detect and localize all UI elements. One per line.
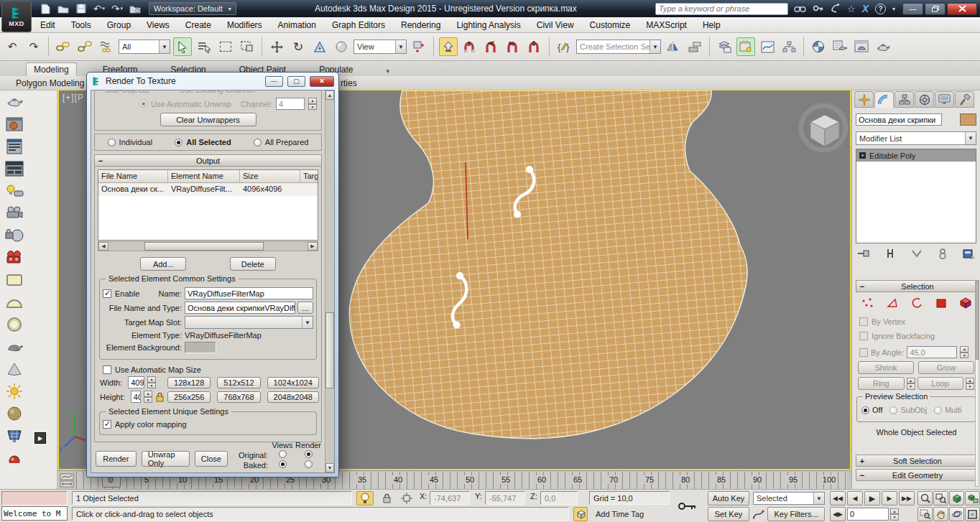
col-target[interactable]: Targ — [300, 170, 318, 182]
snaps-toggle-3d-icon[interactable]: 3 — [461, 37, 479, 56]
stereo-camera-icon[interactable] — [4, 248, 24, 267]
select-and-rotate-icon[interactable]: ↻ — [289, 37, 308, 56]
delete-element-button[interactable]: Delete — [230, 257, 276, 271]
rollout-soft-selection[interactable]: + Soft Selection — [856, 455, 979, 467]
menu-tools[interactable]: Tools — [71, 20, 91, 30]
tab-motion[interactable] — [915, 91, 934, 108]
undo-button[interactable]: ↶▾ — [93, 2, 106, 15]
select-and-move-icon[interactable] — [267, 37, 286, 56]
go-to-start-button[interactable]: ◀◀ — [830, 491, 846, 505]
auto-map-size-checkbox[interactable]: Use Automatic Map Size — [103, 365, 319, 374]
use-automatic-unwrap-radio[interactable] — [139, 100, 147, 108]
next-frame-button[interactable]: ▶ — [882, 491, 897, 505]
channel-spinner[interactable]: ▲▼ — [308, 98, 317, 110]
auto-key-button[interactable]: Auto Key — [708, 491, 749, 505]
by-vertex-checkbox[interactable]: By Vertex — [859, 317, 905, 326]
col-element-name[interactable]: Element Name — [168, 170, 240, 182]
go-to-end-button[interactable]: ▶▶ — [899, 491, 915, 505]
height-field[interactable]: 4096 — [131, 391, 141, 403]
zoom-extents-icon[interactable] — [949, 491, 964, 505]
modifier-stack[interactable]: + Editable Poly — [856, 149, 976, 243]
shrink-button[interactable]: Shrink — [858, 361, 914, 374]
vertex-mode-icon[interactable] — [861, 297, 874, 310]
size-preset-768x768[interactable]: 768x768 — [217, 391, 260, 403]
workspace-selector[interactable]: Workspace: Default ▾ — [149, 2, 236, 15]
rendered-frame-window-icon[interactable] — [852, 37, 871, 56]
baked-views-radio[interactable] — [279, 460, 287, 468]
ribbon-config-chevron-icon[interactable]: ▾ — [379, 66, 397, 76]
angle-snap-toggle-icon[interactable] — [482, 37, 501, 56]
help-chevron-icon[interactable]: ▾ — [892, 6, 895, 12]
channel-field[interactable]: 4 — [276, 98, 305, 110]
spinner-snap-toggle-icon[interactable] — [525, 37, 544, 56]
sphere-brown-icon[interactable] — [4, 404, 24, 423]
browse-button[interactable]: ... — [297, 302, 313, 314]
output-table[interactable]: File Name Element Name Size Targ Основа … — [98, 169, 318, 241]
modifier-stack-item-editable-poly[interactable]: + Editable Poly — [856, 149, 976, 162]
rollout-selection[interactable]: − Selection — [856, 280, 979, 292]
menu-graph-editors[interactable]: Graph Editors — [332, 20, 385, 30]
reference-coordinate-dropdown[interactable]: View ▼ — [353, 39, 407, 54]
panel-scrollbar[interactable] — [975, 280, 979, 487]
rectangular-selection-region-icon[interactable] — [216, 37, 235, 56]
project-folder-icon[interactable] — [129, 2, 142, 15]
help-icon[interactable]: ? — [875, 4, 886, 14]
open-file-icon[interactable] — [57, 2, 70, 15]
remove-modifier-icon[interactable] — [938, 248, 947, 261]
scroll-left-icon[interactable]: ◀ — [98, 242, 108, 251]
dialog-minimize-button[interactable]: — — [265, 76, 283, 87]
apply-color-mapping-checkbox[interactable]: Apply color mapping — [103, 420, 313, 429]
bind-to-space-warp-icon[interactable] — [97, 37, 116, 56]
tab-display[interactable] — [935, 91, 954, 108]
unlink-selection-icon[interactable] — [75, 37, 94, 56]
render-setup-large-icon[interactable] — [4, 159, 24, 178]
restore-button[interactable] — [925, 3, 946, 15]
key-mode-toggle[interactable]: ◀▶ — [830, 507, 846, 521]
vray-plane-light-icon[interactable] — [4, 270, 24, 289]
loop-spinner[interactable]: ▲▼ — [966, 378, 974, 390]
selection-set-keying-dropdown[interactable]: Selected▼ — [753, 492, 825, 505]
menu-modifiers[interactable]: Modifiers — [227, 20, 262, 30]
percent-snap-toggle-icon[interactable]: % — [504, 37, 522, 56]
minimize-button[interactable]: — — [902, 3, 923, 15]
zoom-region-icon[interactable] — [917, 507, 933, 521]
render-setup-dialog-icon[interactable] — [4, 136, 24, 156]
panel-scrollbar-thumb[interactable] — [976, 281, 979, 360]
play-animation-button[interactable]: ▶ — [864, 491, 880, 505]
by-angle-control[interactable]: By Angle: 45,0 ▲▼ — [859, 346, 969, 358]
rendered-frame-window-icon[interactable] — [4, 114, 24, 134]
scroll-right-icon[interactable]: ▶ — [308, 242, 318, 251]
z-coord-field[interactable]: 0,0 — [540, 491, 578, 505]
element-mode-icon[interactable] — [958, 297, 973, 310]
orbit-icon[interactable] — [949, 507, 964, 521]
menu-customize[interactable]: Customize — [590, 20, 631, 30]
select-object-button[interactable] — [173, 37, 192, 56]
preview-subobj-radio[interactable] — [889, 406, 897, 414]
selection-filter-dropdown[interactable]: All ▼ — [119, 39, 170, 54]
mirror-icon[interactable] — [664, 37, 683, 56]
menu-group[interactable]: Group — [107, 20, 131, 30]
clear-unwrappers-button[interactable]: Clear Unwrappers — [160, 113, 256, 126]
select-and-scale-icon[interactable] — [310, 37, 329, 56]
rollout-edit-geometry[interactable]: − Edit Geometry — [856, 469, 979, 481]
menu-edit[interactable]: Edit — [40, 20, 55, 30]
pin-stack-icon[interactable] — [857, 248, 870, 260]
size-preset-128x128[interactable]: 128x128 — [167, 377, 211, 388]
maxscript-mini-listener[interactable]: Welcome to M — [1, 506, 68, 521]
zoom-icon[interactable] — [917, 491, 933, 505]
scene-explorer-toggle-icon[interactable] — [736, 37, 755, 56]
search-input[interactable] — [656, 4, 787, 14]
preview-multi-radio[interactable] — [934, 406, 942, 414]
select-and-link-icon[interactable] — [54, 37, 73, 56]
dialog-titlebar[interactable]: Render To Texture — ▢ ✕ — [87, 73, 338, 90]
zoom-extents-all-icon[interactable] — [965, 491, 980, 505]
target-map-slot-dropdown[interactable]: ▼ — [185, 316, 313, 329]
tab-utilities[interactable] — [955, 91, 974, 108]
file-name-field[interactable]: Основа деки скрипкиVRayDiffuse — [185, 302, 295, 314]
viewcube[interactable] — [801, 106, 846, 150]
tab-hierarchy[interactable] — [895, 91, 914, 108]
maximize-viewport-toggle[interactable] — [965, 507, 980, 521]
col-size[interactable]: Size — [240, 170, 300, 182]
scroll-down-icon[interactable]: ▼ — [325, 463, 334, 472]
sign-in-key-icon[interactable] — [813, 4, 823, 14]
